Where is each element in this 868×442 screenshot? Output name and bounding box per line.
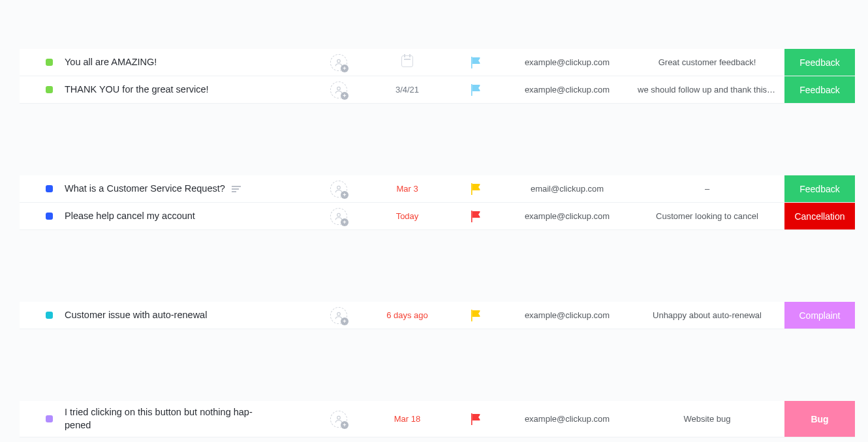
task-row[interactable]: You all are AMAZING! + example@clickup.c…	[20, 49, 855, 76]
status-indicator[interactable]	[46, 415, 53, 422]
priority-flag[interactable]	[450, 310, 502, 321]
assignee-cell[interactable]: +	[313, 411, 365, 428]
category-tag[interactable]: Complaint	[784, 302, 855, 329]
add-assignee-icon[interactable]: +	[330, 181, 347, 198]
svg-point-2	[337, 87, 341, 90]
description-icon	[232, 186, 241, 192]
due-date-text: Mar 3	[396, 184, 418, 194]
task-row[interactable]: THANK YOU for the great service! +3/4/21…	[20, 76, 855, 104]
due-date-cell[interactable]: Mar 18	[365, 414, 450, 424]
task-row[interactable]: I tried clicking on this button but noth…	[20, 401, 855, 437]
note-cell: –	[632, 184, 782, 194]
email-cell: example@clickup.com	[502, 57, 632, 67]
note-cell: we should follow up and thank this user.…	[632, 85, 782, 95]
task-title: Customer issue with auto-renewal	[65, 309, 207, 322]
category-tag[interactable]: Feedback	[784, 175, 855, 202]
note-cell: Customer looking to cancel	[632, 211, 782, 221]
category-tag[interactable]: Cancellation	[784, 203, 855, 229]
due-date-cell[interactable]	[365, 55, 450, 69]
due-date-text: Today	[396, 211, 419, 221]
svg-rect-3	[471, 84, 473, 96]
status-indicator[interactable]	[46, 213, 53, 220]
due-date-text: 6 days ago	[386, 310, 428, 320]
add-assignee-icon[interactable]: +	[330, 411, 347, 428]
task-title-cell[interactable]: What is a Customer Service Request?	[65, 183, 313, 196]
assignee-cell[interactable]: +	[313, 54, 365, 71]
category-tag[interactable]: Feedback	[784, 76, 855, 103]
svg-rect-5	[471, 183, 473, 195]
calendar-icon	[401, 55, 413, 67]
svg-point-0	[337, 59, 341, 63]
task-row[interactable]: What is a Customer Service Request? +Mar…	[20, 175, 855, 203]
svg-point-10	[337, 416, 341, 419]
assignee-cell[interactable]: +	[313, 81, 365, 98]
svg-rect-7	[471, 211, 473, 222]
status-indicator[interactable]	[46, 59, 53, 66]
task-title: Please help cancel my account	[65, 210, 195, 223]
due-date-cell[interactable]: Mar 3	[365, 184, 450, 194]
task-title: THANK YOU for the great service!	[65, 83, 209, 96]
add-assignee-icon[interactable]: +	[330, 208, 347, 225]
task-title-cell[interactable]: Please help cancel my account	[65, 210, 313, 223]
note-cell: Unhappy about auto-renewal	[632, 310, 782, 320]
status-indicator[interactable]	[46, 312, 53, 319]
priority-flag[interactable]	[450, 183, 502, 195]
svg-rect-1	[471, 57, 473, 68]
assignee-cell[interactable]: +	[313, 181, 365, 198]
task-title-cell[interactable]: You all are AMAZING!	[65, 56, 313, 69]
add-assignee-icon[interactable]: +	[330, 307, 347, 324]
status-indicator[interactable]	[46, 185, 53, 192]
svg-rect-9	[471, 310, 473, 321]
status-indicator[interactable]	[46, 86, 53, 93]
email-cell: example@clickup.com	[502, 414, 632, 424]
due-date-text: 3/4/21	[395, 85, 419, 95]
add-assignee-icon[interactable]: +	[330, 54, 347, 71]
task-title-cell[interactable]: THANK YOU for the great service!	[65, 83, 313, 96]
note-cell: Website bug	[632, 414, 782, 424]
email-cell: example@clickup.com	[502, 310, 632, 320]
svg-point-4	[337, 186, 341, 189]
task-row[interactable]: Please help cancel my account +Today exa…	[20, 203, 855, 230]
note-cell: Great customer feedback!	[632, 57, 782, 67]
task-title: I tried clicking on this button but noth…	[65, 406, 273, 432]
email-cell: example@clickup.com	[502, 85, 632, 95]
task-title: You all are AMAZING!	[65, 56, 157, 69]
email-cell: example@clickup.com	[502, 211, 632, 221]
svg-point-8	[337, 312, 341, 316]
priority-flag[interactable]	[450, 57, 502, 68]
email-cell: email@clickup.com	[502, 184, 632, 194]
assignee-cell[interactable]: +	[313, 208, 365, 225]
task-title: What is a Customer Service Request?	[65, 183, 225, 196]
priority-flag[interactable]	[450, 84, 502, 96]
due-date-text: Mar 18	[394, 414, 420, 424]
task-title-cell[interactable]: Customer issue with auto-renewal	[65, 309, 313, 322]
priority-flag[interactable]	[450, 413, 502, 425]
add-assignee-icon[interactable]: +	[330, 81, 347, 98]
task-title-cell[interactable]: I tried clicking on this button but noth…	[65, 406, 313, 432]
priority-flag[interactable]	[450, 211, 502, 222]
svg-rect-11	[471, 413, 473, 425]
svg-point-6	[337, 213, 341, 216]
due-date-cell[interactable]: 6 days ago	[365, 310, 450, 320]
category-tag[interactable]: Feedback	[784, 49, 855, 76]
assignee-cell[interactable]: +	[313, 307, 365, 324]
task-row[interactable]: Customer issue with auto-renewal +6 days…	[20, 302, 855, 329]
category-tag[interactable]: Bug	[784, 401, 855, 437]
due-date-cell[interactable]: 3/4/21	[365, 85, 450, 95]
due-date-cell[interactable]: Today	[365, 211, 450, 221]
